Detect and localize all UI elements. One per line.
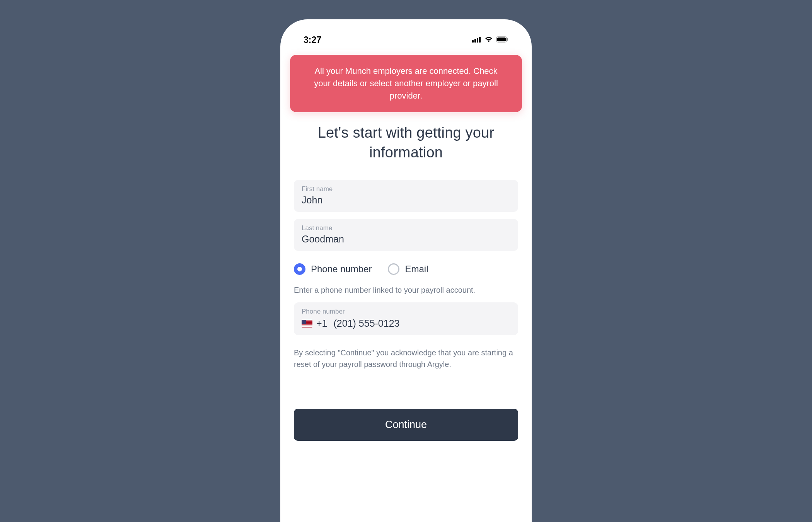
phone-number-label: Phone number <box>302 308 510 316</box>
radio-label-phone: Phone number <box>311 264 372 275</box>
page-heading: Let's start with getting your informatio… <box>294 123 518 163</box>
last-name-label: Last name <box>302 224 510 232</box>
svg-rect-0 <box>472 40 474 43</box>
us-flag-icon <box>302 320 312 328</box>
radio-unselected-icon <box>388 263 399 275</box>
status-bar: 3:27 <box>294 31 518 55</box>
status-icons <box>472 36 508 44</box>
country-code: +1 <box>316 318 328 329</box>
cellular-signal-icon <box>472 36 481 44</box>
last-name-field[interactable]: Last name Goodman <box>294 219 518 251</box>
last-name-value: Goodman <box>302 234 510 245</box>
svg-rect-5 <box>497 38 506 41</box>
first-name-value: John <box>302 194 510 206</box>
svg-rect-3 <box>479 37 481 43</box>
phone-input-row: +1 (201) 555-0123 <box>302 318 510 329</box>
radio-label-email: Email <box>405 264 428 275</box>
phone-helper-text: Enter a phone number linked to your payr… <box>294 286 518 295</box>
wifi-icon <box>484 36 493 44</box>
contact-method-radio-group: Phone number Email <box>294 263 518 275</box>
notification-banner: All your Munch employers are connected. … <box>290 55 522 112</box>
radio-option-email[interactable]: Email <box>388 263 428 275</box>
notification-text: All your Munch employers are connected. … <box>314 66 498 101</box>
phone-number-value: (201) 555-0123 <box>334 318 400 329</box>
radio-option-phone[interactable]: Phone number <box>294 263 372 275</box>
phone-number-field[interactable]: Phone number +1 (201) 555-0123 <box>294 302 518 335</box>
radio-selected-icon <box>294 263 305 275</box>
continue-button[interactable]: Continue <box>294 409 518 441</box>
status-time: 3:27 <box>304 35 321 45</box>
first-name-field[interactable]: First name John <box>294 180 518 212</box>
phone-frame: 3:27 <box>280 19 532 522</box>
svg-rect-2 <box>477 38 478 43</box>
battery-icon <box>496 36 508 44</box>
svg-rect-6 <box>507 38 508 41</box>
svg-rect-1 <box>474 39 476 43</box>
first-name-label: First name <box>302 185 510 193</box>
disclaimer-text: By selecting "Continue" you acknowledge … <box>294 347 518 370</box>
